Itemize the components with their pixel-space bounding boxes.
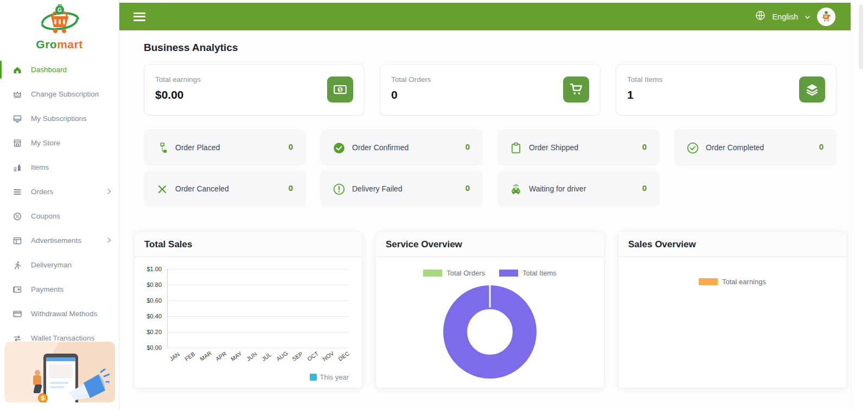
x-icon xyxy=(156,183,169,196)
order-placed-tile[interactable]: Order Placed 0 xyxy=(144,130,306,165)
gromart-logo-icon: G xyxy=(35,4,85,36)
sidebar-item-advertisements[interactable]: Advertisements xyxy=(0,228,119,253)
sidebar-item-label: Coupons xyxy=(31,212,60,220)
order-canceled-tile[interactable]: Order Canceled 0 xyxy=(144,171,306,207)
tile-value: 0 xyxy=(289,183,293,193)
clipboard-icon xyxy=(509,142,522,155)
gromart-logo[interactable]: G Gromart xyxy=(0,0,119,54)
order-shipped-tile[interactable]: Order Shipped 0 xyxy=(497,130,660,165)
taxi-icon xyxy=(509,183,522,196)
promo-person-body xyxy=(33,375,41,385)
legend-item-total-orders[interactable]: Total Orders xyxy=(423,269,485,277)
sidebar-item-coupons[interactable]: Coupons xyxy=(0,204,119,228)
gridline xyxy=(167,300,349,301)
dollar-bill-icon: $ xyxy=(327,76,353,102)
total-sales-card: Total Sales $1.00 $0.80 $0.60 $0.40 $0.2… xyxy=(135,232,362,388)
chevron-right-icon xyxy=(107,236,111,246)
hamburger-menu-icon[interactable] xyxy=(133,10,145,23)
user-avatar[interactable] xyxy=(817,8,835,26)
sidebar-promo-illustration[interactable]: $ xyxy=(4,342,115,402)
x-tick-label: SEP xyxy=(291,350,304,362)
total-orders-card[interactable]: Total Orders 0 xyxy=(380,64,601,116)
legend-label: Total earnings xyxy=(722,278,766,286)
tile-label: Order Placed xyxy=(175,143,220,152)
tile-value: 0 xyxy=(642,183,647,193)
card-value: $0.00 xyxy=(155,88,184,101)
donut-chart[interactable] xyxy=(376,283,604,381)
legend-label: This year xyxy=(320,373,349,381)
x-tick-label: JUN xyxy=(245,350,258,362)
list-icon xyxy=(12,187,24,197)
sidebar-item-my-store[interactable]: My Store xyxy=(0,131,119,155)
service-overview-legend: Total Orders Total Items xyxy=(376,269,604,277)
order-confirmed-tile[interactable]: Order Confirmed 0 xyxy=(321,130,483,165)
sidebar-item-withdrawal-methods[interactable]: Withdrawal Methods xyxy=(0,302,119,326)
payment-card-icon xyxy=(12,285,24,294)
promo-megaphone-icon xyxy=(63,369,110,401)
legend-item-total-items[interactable]: Total Items xyxy=(499,269,557,277)
credit-card-icon xyxy=(12,309,24,319)
layers-icon xyxy=(799,76,825,102)
x-tick-label: AUG xyxy=(275,350,289,362)
legend-label: Total Items xyxy=(522,269,557,277)
order-placed-icon xyxy=(156,142,169,155)
legend-swatch-cyan xyxy=(310,374,317,381)
tile-label: Order Confirmed xyxy=(352,143,409,152)
this-year-legend[interactable]: This year xyxy=(310,373,349,381)
top-navbar: English xyxy=(119,3,851,30)
header-right-controls: English xyxy=(755,8,835,26)
x-tick-label: NOV xyxy=(321,350,335,362)
chart-title: Sales Overview xyxy=(628,239,696,250)
store-icon xyxy=(12,138,24,148)
coupon-badge-icon xyxy=(12,212,24,221)
sidebar-item-dashboard[interactable]: Dashboard xyxy=(0,57,119,82)
monitor-icon xyxy=(12,114,24,124)
sidebar-item-orders[interactable]: Orders xyxy=(0,180,119,204)
sidebar: G Gromart Dashboard Change Subscription xyxy=(0,0,119,410)
sales-overview-card: Sales Overview Total earnings xyxy=(618,232,846,388)
chart-title: Total Sales xyxy=(144,239,193,250)
x-tick-label: APR xyxy=(214,350,228,362)
card-label: Total earnings xyxy=(155,75,201,84)
sidebar-item-label: Payments xyxy=(31,285,63,293)
crown-icon xyxy=(12,89,24,99)
sales-overview-header: Sales Overview xyxy=(618,232,846,257)
sidebar-item-change-subscription[interactable]: Change Subscription xyxy=(0,82,119,106)
chevron-down-icon[interactable] xyxy=(805,12,810,22)
chart-title: Service Overview xyxy=(386,239,462,250)
sidebar-item-payments[interactable]: Payments xyxy=(0,277,119,302)
ad-window-icon xyxy=(12,236,24,246)
sidebar-item-my-subscriptions[interactable]: My Subscriptions xyxy=(0,106,119,131)
total-items-card[interactable]: Total Items 1 xyxy=(616,64,837,116)
service-overview-header: Service Overview xyxy=(376,232,604,257)
y-tick-label: $0.60 xyxy=(135,297,162,304)
gridline xyxy=(167,285,349,285)
tile-value: 0 xyxy=(642,142,647,151)
order-completed-tile[interactable]: Order Completed 0 xyxy=(674,130,837,165)
sales-overview-chart: Total earnings xyxy=(618,257,846,388)
x-tick-label: OCT xyxy=(306,350,320,362)
logo-text: Gromart xyxy=(0,38,119,51)
tile-value: 0 xyxy=(289,142,293,151)
check-circle-filled-icon xyxy=(333,142,346,155)
legend-swatch-purple xyxy=(499,270,518,277)
main-content: Business Analytics Total earnings $0.00 … xyxy=(119,30,851,410)
total-earnings-card[interactable]: Total earnings $0.00 $ xyxy=(144,64,365,116)
legend-item-total-earnings[interactable]: Total earnings xyxy=(699,278,766,286)
sidebar-item-items[interactable]: Items xyxy=(0,155,119,180)
y-axis-line xyxy=(167,269,168,348)
delivery-failed-tile[interactable]: Delivery Failed 0 xyxy=(321,171,483,207)
sidebar-item-deliveryman[interactable]: Deliveryman xyxy=(0,253,119,277)
waiting-for-driver-tile[interactable]: Waiting for driver 0 xyxy=(497,171,660,207)
service-overview-card: Service Overview Total Orders Total Item… xyxy=(376,232,604,388)
scrollbar-track[interactable] xyxy=(851,0,868,410)
language-selector[interactable]: English xyxy=(772,12,798,21)
gridline xyxy=(167,269,349,270)
cart-icon xyxy=(563,76,589,102)
x-tick-label: MAY xyxy=(229,350,243,362)
scrollbar-thumb[interactable] xyxy=(859,4,863,69)
globe-icon xyxy=(755,10,765,23)
x-tick-label: JAN xyxy=(168,351,181,362)
legend-swatch-green xyxy=(423,270,442,277)
legend-swatch-orange xyxy=(699,278,718,285)
